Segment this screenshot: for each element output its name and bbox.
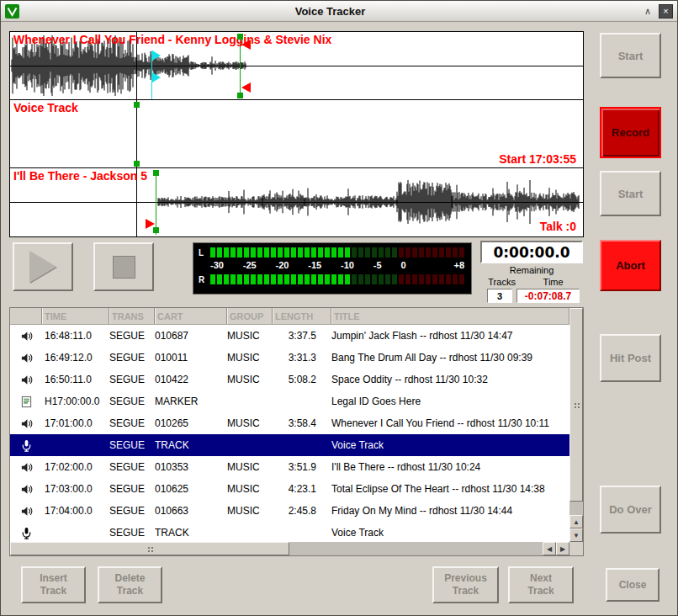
segue-end-marker[interactable] (241, 40, 251, 50)
segue-end-marker[interactable] (241, 82, 251, 93)
thumb-grip (148, 547, 150, 549)
do-over-button[interactable]: Do Over (600, 486, 661, 534)
remaining-tracks-value: 3 (487, 289, 512, 303)
cell-cart: 010625 (155, 483, 227, 495)
log-row[interactable]: 16:48:11.0SEGUE010687MUSIC3:37.5Jumpin' … (10, 325, 569, 347)
cell-time: 16:50:11.0 (42, 374, 109, 385)
titlebar[interactable]: Voice Tracker ∧ × (1, 1, 677, 22)
talk-marker[interactable] (146, 219, 155, 229)
log-row[interactable]: 17:02:00.0SEGUE010353MUSIC3:51.9I'll Be … (10, 456, 569, 478)
cell-time: 17:02:00.0 (42, 461, 109, 473)
log-row[interactable]: 17:03:00.0SEGUE010625MUSIC4:23.1Total Ec… (10, 478, 569, 500)
cell-cart: 010265 (155, 417, 227, 429)
insert-track-button[interactable]: Insert Track (21, 566, 86, 603)
log-row-selected[interactable]: SEGUETRACKVoice Track (10, 434, 569, 456)
cell-cart: 010422 (155, 374, 227, 385)
track-2-title: Voice Track (13, 101, 78, 114)
start-2-button[interactable]: Start (600, 171, 661, 216)
fade-marker-handle[interactable] (152, 50, 161, 61)
log-list: TIME TRANS CART GROUP LENGTH TITLE 16:48… (9, 307, 584, 556)
stop-button[interactable] (93, 242, 154, 291)
cell-time: 17:03:00.0 (42, 483, 109, 495)
vertical-scroll-thumb[interactable] (569, 308, 583, 502)
window-title: Voice Tracker (19, 5, 641, 18)
shade-window-icon[interactable]: ∧ (641, 4, 654, 18)
cell-trans: SEGUE (109, 330, 155, 342)
cell-trans: SEGUE (109, 527, 155, 539)
cell-group: MUSIC (227, 461, 273, 473)
cell-title: Friday On My Mind -- rdhost 11/30 14:44 (331, 505, 569, 517)
header-cart: CART (155, 308, 227, 324)
speaker-icon (10, 461, 42, 474)
cell-trans: SEGUE (109, 374, 155, 385)
cell-trans: SEGUE (109, 439, 155, 451)
log-row[interactable]: H17:00:00.0SEGUEMARKERLegal ID Goes Here (10, 390, 569, 412)
log-row[interactable]: 16:50:11.0SEGUE010422MUSIC5:08.2Space Od… (10, 369, 569, 390)
log-row[interactable]: SEGUETRACKVoice Track (10, 522, 569, 542)
scroll-left-icon[interactable]: ◀ (543, 542, 556, 555)
horizontal-scroll-track[interactable] (10, 542, 543, 555)
horizontal-scrollbar[interactable]: ◀ ▶ (10, 542, 569, 555)
log-row[interactable]: 17:01:00.0SEGUE010265MUSIC3:58.4Whenever… (10, 412, 569, 434)
meter-right-bar (210, 274, 464, 284)
scroll-down-icon[interactable]: ▼ (569, 528, 583, 542)
cell-length: 3:58.4 (273, 417, 331, 429)
cell-length: 3:51.9 (273, 461, 331, 473)
voice-start-handle[interactable] (134, 161, 140, 167)
play-icon (29, 251, 56, 283)
meter-tick-label: +8 (453, 260, 464, 270)
previous-track-button[interactable]: Previous Track (432, 566, 499, 603)
close-window-icon[interactable]: × (659, 4, 673, 19)
next-track-button[interactable]: Next Track (508, 566, 574, 603)
timeline-origin-line (136, 32, 137, 236)
delete-track-button[interactable]: Delete Track (98, 566, 162, 603)
cell-group: MUSIC (227, 483, 273, 495)
meter-scale: -30-25-20-15-10-50 +8 (210, 258, 468, 273)
audio-meter: L -30-25-20-15-10-50 +8 R (193, 242, 472, 295)
track-1-waveform[interactable]: Whenever I Call You Friend - Kenny Loggi… (10, 32, 583, 100)
cell-group: MUSIC (227, 352, 273, 364)
scroll-up-icon[interactable]: ▲ (569, 515, 583, 528)
cell-trans: SEGUE (109, 352, 155, 364)
hit-post-button[interactable]: Hit Post (600, 334, 661, 382)
meter-tick-label: -10 (341, 260, 354, 270)
cell-title: Space Oddity -- rdhost 11/30 10:32 (331, 374, 569, 385)
remaining-time-value: -0:07:08.7 (516, 289, 580, 303)
voice-start-handle[interactable] (134, 102, 140, 108)
cell-cart: MARKER (155, 396, 227, 407)
thumb-grip (575, 403, 576, 405)
log-row[interactable]: 17:04:00.0SEGUE010663MUSIC2:45.8Friday O… (10, 500, 569, 522)
scroll-right-icon[interactable]: ▶ (556, 542, 569, 555)
cell-group: MUSIC (227, 374, 273, 385)
cell-cart: 010011 (155, 352, 227, 364)
meter-tick-label: 0 (400, 260, 405, 270)
play-button[interactable] (13, 242, 73, 291)
track-3-waveform[interactable]: I'll Be There - Jackson 5 Talk :0 (10, 168, 583, 236)
segue-marker-handle[interactable] (237, 93, 243, 98)
speaker-icon (10, 330, 42, 343)
cell-time: H17:00:00.0 (42, 396, 109, 407)
start-marker-line[interactable] (156, 170, 156, 235)
track-editor[interactable]: Whenever I Call You Friend - Kenny Loggi… (9, 31, 584, 237)
header-time: TIME (42, 308, 109, 324)
header-trans: TRANS (109, 308, 155, 324)
close-button[interactable]: Close (606, 568, 659, 602)
cell-trans: SEGUE (109, 417, 155, 429)
speaker-icon (10, 374, 42, 386)
voice-start-time-label: Start 17:03:55 (499, 152, 576, 166)
track-2-waveform[interactable]: Voice Track Start 17:03:55 (10, 100, 583, 168)
cell-title: Legal ID Goes Here (331, 396, 569, 407)
horizontal-scroll-thumb[interactable] (10, 542, 289, 555)
start-1-button[interactable]: Start (600, 33, 661, 78)
start-marker-handle[interactable] (153, 170, 159, 176)
segue-marker-handle[interactable] (237, 34, 243, 40)
vertical-scrollbar[interactable]: ▲ ▼ (569, 308, 583, 555)
log-row[interactable]: 16:49:12.0SEGUE010011MUSIC3:31.3Bang The… (10, 347, 569, 369)
header-length: LENGTH (273, 308, 331, 324)
record-button[interactable]: Record (600, 107, 661, 158)
cell-length: 3:37.5 (273, 330, 331, 342)
fade-marker-handle[interactable] (152, 72, 161, 82)
vertical-scroll-track[interactable] (569, 308, 583, 515)
abort-button[interactable]: Abort (600, 240, 661, 291)
cell-trans: SEGUE (109, 505, 155, 517)
